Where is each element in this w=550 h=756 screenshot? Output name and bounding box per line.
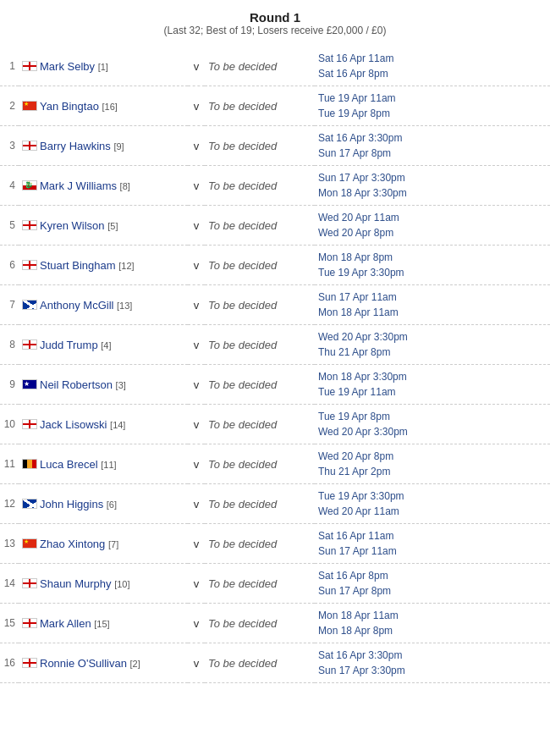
player-name: Kyren Wilson bbox=[40, 219, 107, 232]
match-dates: Tue 19 Apr 11amTue 19 Apr 8pm bbox=[315, 86, 550, 126]
match-number: 14 bbox=[0, 564, 19, 604]
player-seed: [1] bbox=[98, 62, 108, 72]
opponent-name: To be decided bbox=[205, 285, 315, 325]
match-date-2: Thu 21 Apr 8pm bbox=[318, 345, 547, 360]
eng-flag-icon bbox=[22, 658, 37, 668]
match-date-1: Mon 18 Apr 8pm bbox=[318, 250, 547, 265]
match-number: 9 bbox=[0, 365, 19, 405]
match-dates: Tue 19 Apr 8pmWed 20 Apr 3:30pm bbox=[315, 405, 550, 444]
player-seed: [8] bbox=[120, 181, 130, 191]
player-name-cell: Jack Lisowski [14] bbox=[19, 405, 188, 444]
table-row: 16Ronnie O'Sullivan [2]vTo be decidedSat… bbox=[0, 643, 550, 683]
opponent-name: To be decided bbox=[205, 643, 315, 683]
round-title: Round 1 bbox=[0, 10, 550, 25]
vs-label: v bbox=[188, 405, 205, 444]
eng-flag-icon bbox=[22, 220, 37, 230]
vs-label: v bbox=[188, 325, 205, 365]
player-name-cell: Kyren Wilson [5] bbox=[19, 206, 188, 246]
match-dates: Sun 17 Apr 3:30pmMon 18 Apr 3:30pm bbox=[315, 166, 550, 206]
vs-label: v bbox=[188, 166, 205, 206]
nir-flag-icon bbox=[22, 618, 37, 628]
player-seed: [16] bbox=[102, 102, 117, 112]
opponent-name: To be decided bbox=[205, 564, 315, 604]
player-seed: [11] bbox=[101, 460, 116, 470]
chn-flag-icon bbox=[22, 538, 37, 549]
match-date-2: Mon 18 Apr 11am bbox=[318, 305, 547, 320]
vs-label: v bbox=[188, 126, 205, 166]
match-number: 16 bbox=[0, 643, 19, 683]
vs-label: v bbox=[188, 564, 205, 604]
player-name-cell: Anthony McGill [13] bbox=[19, 285, 188, 325]
match-dates: Sat 16 Apr 11amSun 17 Apr 11am bbox=[315, 524, 550, 564]
sco-flag-icon bbox=[22, 300, 37, 310]
match-number: 1 bbox=[0, 47, 19, 86]
match-date-1: Tue 19 Apr 3:30pm bbox=[318, 488, 547, 504]
player-name-cell: Yan Bingtao [16] bbox=[19, 86, 188, 126]
vs-label: v bbox=[188, 47, 205, 86]
player-name: Ronnie O'Sullivan bbox=[40, 657, 130, 670]
opponent-name: To be decided bbox=[205, 604, 315, 643]
player-name-cell: Zhao Xintong [7] bbox=[19, 524, 188, 564]
match-date-2: Sun 17 Apr 8pm bbox=[318, 583, 547, 599]
player-name: Judd Trump bbox=[40, 339, 101, 351]
match-number: 5 bbox=[0, 206, 19, 246]
opponent-name: To be decided bbox=[205, 126, 315, 166]
match-date-2: Sun 17 Apr 11am bbox=[318, 544, 547, 559]
player-seed: [9] bbox=[113, 141, 124, 152]
table-row: 13Zhao Xintong [7]vTo be decidedSat 16 A… bbox=[0, 524, 550, 564]
chn-flag-icon bbox=[22, 101, 37, 111]
player-name-cell: Barry Hawkins [9] bbox=[19, 126, 188, 166]
table-row: 14Shaun Murphy [10]vTo be decidedSat 16 … bbox=[0, 564, 550, 604]
player-seed: [2] bbox=[130, 659, 140, 669]
match-number: 10 bbox=[0, 405, 19, 444]
player-name-cell: Luca Brecel [11] bbox=[19, 444, 188, 484]
player-name-cell: Shaun Murphy [10] bbox=[19, 564, 188, 604]
match-date-1: Sat 16 Apr 11am bbox=[318, 528, 547, 544]
vs-label: v bbox=[188, 86, 205, 126]
table-row: 2Yan Bingtao [16]vTo be decidedTue 19 Ap… bbox=[0, 86, 550, 126]
player-name: Barry Hawkins bbox=[40, 140, 113, 152]
opponent-name: To be decided bbox=[205, 246, 315, 285]
match-number: 4 bbox=[0, 166, 19, 206]
eng-flag-icon bbox=[22, 61, 37, 71]
opponent-name: To be decided bbox=[205, 524, 315, 564]
match-date-1: Wed 20 Apr 8pm bbox=[318, 449, 547, 464]
player-name: Yan Bingtao bbox=[40, 100, 102, 113]
match-dates: Sat 16 Apr 8pmSun 17 Apr 8pm bbox=[315, 564, 550, 604]
vs-label: v bbox=[188, 365, 205, 405]
opponent-name: To be decided bbox=[205, 206, 315, 246]
table-row: 9Neil Robertson [3]vTo be decidedMon 18 … bbox=[0, 365, 550, 405]
table-row: 11Luca Brecel [11]vTo be decidedWed 20 A… bbox=[0, 444, 550, 484]
player-name-cell: Judd Trump [4] bbox=[19, 325, 188, 365]
player-name: Jack Lisowski bbox=[40, 418, 110, 431]
player-name: Mark Selby bbox=[40, 60, 98, 73]
table-row: 3Barry Hawkins [9]vTo be decidedSat 16 A… bbox=[0, 126, 550, 166]
aus-flag-icon bbox=[22, 379, 37, 389]
match-number: 6 bbox=[0, 246, 19, 285]
vs-label: v bbox=[188, 206, 205, 246]
bel-flag-icon bbox=[22, 459, 37, 469]
table-row: 7Anthony McGill [13]vTo be decidedSun 17… bbox=[0, 285, 550, 325]
match-date-2: Sat 16 Apr 8pm bbox=[318, 66, 547, 81]
match-number: 3 bbox=[0, 126, 19, 166]
vs-label: v bbox=[188, 444, 205, 484]
match-dates: Sun 17 Apr 11amMon 18 Apr 11am bbox=[315, 285, 550, 325]
match-date-2: Mon 18 Apr 3:30pm bbox=[318, 185, 547, 201]
match-date-1: Sun 17 Apr 11am bbox=[318, 290, 547, 305]
match-dates: Mon 18 Apr 8pmTue 19 Apr 3:30pm bbox=[315, 246, 550, 285]
player-name-cell: Neil Robertson [3] bbox=[19, 365, 188, 405]
player-seed: [12] bbox=[118, 261, 134, 271]
match-dates: Wed 20 Apr 8pmThu 21 Apr 2pm bbox=[315, 444, 550, 484]
match-number: 15 bbox=[0, 604, 19, 643]
opponent-name: To be decided bbox=[205, 484, 315, 524]
player-name: Neil Robertson bbox=[40, 378, 116, 391]
player-seed: [5] bbox=[107, 221, 118, 231]
match-dates: Sat 16 Apr 11amSat 16 Apr 8pm bbox=[315, 47, 550, 86]
match-date-2: Sun 17 Apr 8pm bbox=[318, 146, 547, 161]
player-seed: [14] bbox=[110, 420, 125, 430]
player-name: Stuart Bingham bbox=[40, 259, 118, 272]
match-number: 2 bbox=[0, 86, 19, 126]
match-number: 13 bbox=[0, 524, 19, 564]
match-date-2: Wed 20 Apr 8pm bbox=[318, 225, 547, 240]
player-name-cell: Stuart Bingham [12] bbox=[19, 246, 188, 285]
